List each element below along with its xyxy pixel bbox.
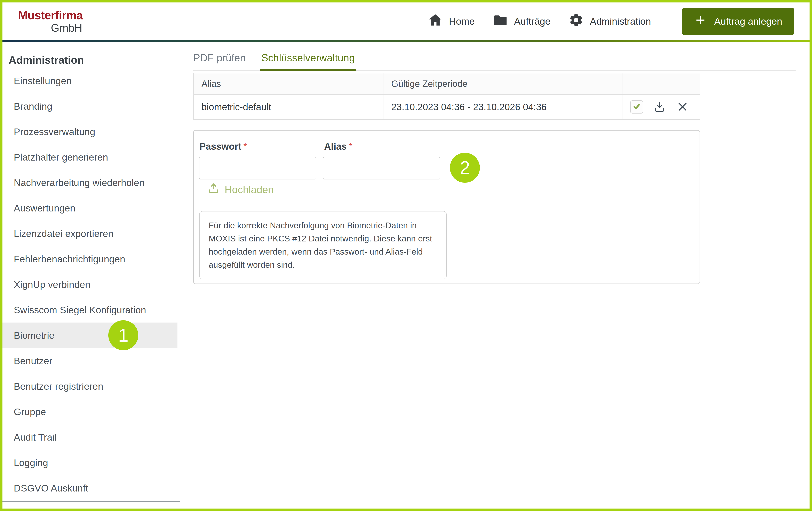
- sidebar-item-benutzer-registrieren[interactable]: Benutzer registrieren: [2, 373, 183, 399]
- close-icon: [676, 100, 689, 114]
- sidebar-item-label: Nachverarbeitung wiederholen: [14, 177, 145, 188]
- header-gradient-divider: [2, 40, 810, 42]
- sidebar-item-gruppe[interactable]: Gruppe: [2, 399, 183, 424]
- sidebar-item-swisscom-siegel-konfiguration[interactable]: Swisscom Siegel Konfiguration: [2, 297, 183, 323]
- nav-item-label: Home: [449, 16, 474, 27]
- pkcs12-info-box: Für die korrekte Nachverfolgung von Biom…: [199, 211, 446, 279]
- sidebar-item-label: Gruppe: [14, 406, 46, 418]
- sidebar-item-dsgvo-auskunft[interactable]: DSGVO Auskunft: [2, 475, 183, 501]
- column-header-alias: Alias: [194, 73, 383, 95]
- admin-sidebar: Administration Einstellungen Branding Pr…: [2, 42, 183, 509]
- cell-actions: [622, 95, 700, 119]
- app-frame: Musterfirma GmbH Home Aufträge Admini: [2, 2, 810, 509]
- upload-label: Hochladen: [225, 184, 274, 196]
- sidebar-item-label: Swisscom Siegel Konfiguration: [14, 304, 146, 316]
- password-field[interactable]: [199, 157, 316, 180]
- sidebar-item-label: Benutzer: [14, 355, 52, 367]
- table-row: biometric-default 23.10.2023 04:36 - 23.…: [194, 95, 700, 119]
- sidebar-item-label: Prozessverwaltung: [14, 126, 95, 137]
- home-icon: [428, 12, 443, 30]
- logo-line2: GmbH: [51, 22, 83, 33]
- sidebar-item-platzhalter-generieren[interactable]: Platzhalter generieren: [2, 144, 183, 170]
- tab-pdf-pruefen[interactable]: PDF prüfen: [193, 52, 246, 71]
- column-header-actions: [622, 73, 700, 95]
- sidebar-item-audit-trail[interactable]: Audit Trail: [2, 424, 183, 450]
- sidebar-item-label: Einstellungen: [14, 75, 71, 86]
- sidebar-item-label: Logging: [14, 457, 48, 468]
- plus-icon: [694, 14, 707, 29]
- sidebar-item-logging[interactable]: Logging: [2, 450, 183, 475]
- key-active-checkbox[interactable]: [630, 100, 643, 113]
- folder-icon: [493, 12, 508, 30]
- alias-label: Alias*: [324, 141, 352, 152]
- sidebar-item-lizenzdatei-exportieren[interactable]: Lizenzdatei exportieren: [2, 221, 183, 246]
- nav-item-label: Aufträge: [514, 16, 551, 27]
- create-order-button[interactable]: Auftrag anlegen: [682, 8, 794, 35]
- upload-icon: [207, 182, 220, 197]
- sidebar-item-label: Fehlerbenachrichtigungen: [14, 253, 125, 265]
- password-label: Passwort*: [199, 141, 247, 152]
- download-icon: [653, 100, 666, 114]
- sidebar-item-label: Branding: [14, 101, 52, 112]
- create-order-label: Auftrag anlegen: [714, 16, 782, 27]
- sidebar-item-label: Auswertungen: [14, 203, 75, 214]
- sidebar-item-label: XignUp verbinden: [14, 279, 90, 290]
- sidebar-item-xignup-verbinden[interactable]: XignUp verbinden: [2, 272, 183, 297]
- column-header-period: Gültige Zeitperiode: [383, 73, 622, 95]
- pkcs12-info-text: Für die korrekte Nachverfolgung von Biom…: [209, 219, 437, 271]
- cell-period: 23.10.2023 04:36 - 23.10.2026 04:36: [383, 95, 622, 119]
- sidebar-item-einstellungen[interactable]: Einstellungen: [2, 68, 183, 93]
- app-window: { "header": { "logo_line1": "Musterfirma…: [0, 0, 812, 511]
- sidebar-item-biometrie[interactable]: Biometrie 1: [2, 323, 177, 348]
- required-marker: *: [243, 141, 247, 152]
- sidebar-item-branding[interactable]: Branding: [2, 93, 183, 119]
- content-tabs: PDF prüfen Schlüsselverwaltung: [193, 52, 795, 71]
- download-key-button[interactable]: [653, 100, 666, 114]
- check-icon: [632, 101, 641, 113]
- sidebar-item-auswertungen[interactable]: Auswertungen: [2, 195, 183, 221]
- top-header: Musterfirma GmbH Home Aufträge Admini: [2, 2, 810, 40]
- company-logo: Musterfirma GmbH: [18, 9, 83, 33]
- alias-field[interactable]: [323, 157, 440, 180]
- sidebar-item-nachverarbeitung-wiederholen[interactable]: Nachverarbeitung wiederholen: [2, 170, 183, 195]
- sidebar-item-fehlerbenachrichtigungen[interactable]: Fehlerbenachrichtigungen: [2, 246, 183, 272]
- required-marker: *: [349, 141, 352, 152]
- annotation-step-1-badge: 1: [108, 320, 138, 350]
- delete-key-button[interactable]: [676, 100, 689, 114]
- key-table: Alias Gültige Zeitperiode biometric-defa…: [193, 73, 700, 120]
- cell-alias: biometric-default: [194, 95, 383, 119]
- sidebar-item-prozessverwaltung[interactable]: Prozessverwaltung: [2, 119, 183, 144]
- sidebar-title: Administration: [9, 54, 183, 66]
- nav-item-home[interactable]: Home: [428, 12, 474, 30]
- key-table-header-row: Alias Gültige Zeitperiode: [194, 73, 700, 95]
- annotation-step-2-badge: 2: [450, 153, 480, 183]
- row-actions: [630, 100, 700, 114]
- sidebar-item-label: Lizenzdatei exportieren: [14, 228, 113, 239]
- upload-button[interactable]: Hochladen: [207, 182, 274, 197]
- nav-item-administration[interactable]: Administration: [569, 12, 651, 30]
- alias-label-text: Alias: [324, 141, 347, 152]
- logo-line1: Musterfirma: [18, 9, 83, 21]
- sidebar-item-label: Audit Trail: [14, 432, 57, 443]
- password-label-text: Passwort: [199, 141, 241, 152]
- main-nav: Home Aufträge Administration Auftrag anl…: [428, 8, 794, 35]
- sidebar-item-label: Biometrie: [14, 330, 55, 341]
- key-upload-panel: Passwort* Alias* 2 Hoc: [193, 130, 700, 284]
- nav-item-auftraege[interactable]: Aufträge: [493, 12, 551, 30]
- main-content: PDF prüfen Schlüsselverwaltung Alias Gül…: [183, 42, 810, 509]
- sidebar-bottom-divider: [2, 501, 180, 502]
- sidebar-item-label: Platzhalter generieren: [14, 152, 108, 163]
- gear-icon: [569, 12, 584, 30]
- nav-item-label: Administration: [590, 16, 651, 27]
- sidebar-item-benutzer[interactable]: Benutzer: [2, 348, 183, 373]
- tab-schluesselverwaltung[interactable]: Schlüsselverwaltung: [261, 52, 355, 71]
- sidebar-item-label: Benutzer registrieren: [14, 381, 103, 392]
- sidebar-item-label: DSGVO Auskunft: [14, 482, 88, 494]
